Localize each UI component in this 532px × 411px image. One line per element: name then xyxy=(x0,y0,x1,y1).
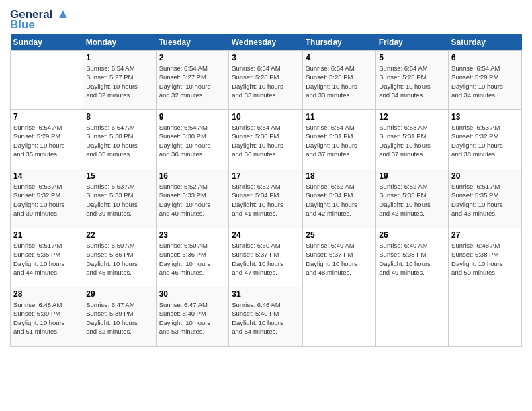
day-cell: 9Sunrise: 6:54 AM Sunset: 5:30 PM Daylig… xyxy=(156,110,229,169)
day-cell: 2Sunrise: 6:54 AM Sunset: 5:27 PM Daylig… xyxy=(156,51,229,110)
day-cell: 18Sunrise: 6:52 AM Sunset: 5:34 PM Dayli… xyxy=(303,169,376,228)
day-cell xyxy=(11,51,83,110)
day-cell xyxy=(376,287,449,347)
day-cell: 5Sunrise: 6:54 AM Sunset: 5:28 PM Daylig… xyxy=(376,51,449,110)
day-info: Sunrise: 6:47 AM Sunset: 5:39 PM Dayligh… xyxy=(86,300,152,336)
day-cell: 23Sunrise: 6:50 AM Sunset: 5:36 PM Dayli… xyxy=(156,228,229,287)
header-wednesday: Wednesday xyxy=(229,34,303,51)
logo-blue: Blue xyxy=(10,19,35,30)
day-info: Sunrise: 6:54 AM Sunset: 5:29 PM Dayligh… xyxy=(13,123,80,158)
day-info: Sunrise: 6:46 AM Sunset: 5:40 PM Dayligh… xyxy=(232,300,300,336)
day-number: 26 xyxy=(379,230,445,240)
day-cell: 22Sunrise: 6:50 AM Sunset: 5:36 PM Dayli… xyxy=(83,228,156,287)
day-info: Sunrise: 6:50 AM Sunset: 5:36 PM Dayligh… xyxy=(159,241,226,277)
day-cell: 1Sunrise: 6:54 AM Sunset: 5:27 PM Daylig… xyxy=(83,51,156,110)
day-info: Sunrise: 6:51 AM Sunset: 5:35 PM Dayligh… xyxy=(451,182,519,218)
week-row-4: 21Sunrise: 6:51 AM Sunset: 5:35 PM Dayli… xyxy=(11,228,522,287)
day-number: 13 xyxy=(451,112,519,122)
day-cell: 29Sunrise: 6:47 AM Sunset: 5:39 PM Dayli… xyxy=(83,287,156,347)
day-cell: 17Sunrise: 6:52 AM Sunset: 5:34 PM Dayli… xyxy=(229,169,303,228)
day-info: Sunrise: 6:53 AM Sunset: 5:33 PM Dayligh… xyxy=(86,182,152,218)
day-number: 18 xyxy=(306,171,373,181)
day-number: 6 xyxy=(451,53,519,62)
day-cell xyxy=(303,287,376,347)
day-number: 4 xyxy=(306,53,373,62)
day-number: 25 xyxy=(306,230,373,240)
day-cell: 6Sunrise: 6:54 AM Sunset: 5:29 PM Daylig… xyxy=(449,51,522,110)
day-number: 2 xyxy=(159,53,226,62)
day-info: Sunrise: 6:54 AM Sunset: 5:28 PM Dayligh… xyxy=(232,64,300,99)
page-header: General ▲ Blue xyxy=(10,7,522,30)
day-cell: 27Sunrise: 6:48 AM Sunset: 5:38 PM Dayli… xyxy=(449,228,522,287)
day-number: 10 xyxy=(232,112,300,122)
day-number: 31 xyxy=(232,289,300,299)
day-info: Sunrise: 6:49 AM Sunset: 5:37 PM Dayligh… xyxy=(306,241,373,277)
day-cell: 10Sunrise: 6:54 AM Sunset: 5:30 PM Dayli… xyxy=(229,110,303,169)
day-number: 3 xyxy=(232,53,300,62)
day-info: Sunrise: 6:49 AM Sunset: 5:38 PM Dayligh… xyxy=(379,241,445,277)
day-number: 8 xyxy=(86,112,152,122)
day-number: 7 xyxy=(13,112,80,122)
day-cell: 31Sunrise: 6:46 AM Sunset: 5:40 PM Dayli… xyxy=(229,287,303,347)
day-cell: 30Sunrise: 6:47 AM Sunset: 5:40 PM Dayli… xyxy=(156,287,229,347)
day-info: Sunrise: 6:53 AM Sunset: 5:31 PM Dayligh… xyxy=(379,123,445,158)
day-number: 15 xyxy=(86,171,152,181)
day-info: Sunrise: 6:54 AM Sunset: 5:29 PM Dayligh… xyxy=(451,64,519,99)
day-cell: 13Sunrise: 6:53 AM Sunset: 5:32 PM Dayli… xyxy=(449,110,522,169)
header-tuesday: Tuesday xyxy=(156,34,229,51)
day-cell: 16Sunrise: 6:52 AM Sunset: 5:33 PM Dayli… xyxy=(156,169,229,228)
day-info: Sunrise: 6:54 AM Sunset: 5:30 PM Dayligh… xyxy=(159,123,226,158)
day-cell xyxy=(449,287,522,347)
day-info: Sunrise: 6:51 AM Sunset: 5:35 PM Dayligh… xyxy=(13,241,80,277)
header-saturday: Saturday xyxy=(449,34,522,51)
day-info: Sunrise: 6:50 AM Sunset: 5:37 PM Dayligh… xyxy=(232,241,300,277)
week-row-3: 14Sunrise: 6:53 AM Sunset: 5:32 PM Dayli… xyxy=(11,169,522,228)
week-row-2: 7Sunrise: 6:54 AM Sunset: 5:29 PM Daylig… xyxy=(11,110,522,169)
day-cell: 12Sunrise: 6:53 AM Sunset: 5:31 PM Dayli… xyxy=(376,110,449,169)
header-thursday: Thursday xyxy=(303,34,376,51)
day-info: Sunrise: 6:53 AM Sunset: 5:32 PM Dayligh… xyxy=(13,182,80,218)
day-info: Sunrise: 6:47 AM Sunset: 5:40 PM Dayligh… xyxy=(159,300,226,336)
header-friday: Friday xyxy=(376,34,449,51)
day-number: 19 xyxy=(379,171,445,181)
day-cell: 14Sunrise: 6:53 AM Sunset: 5:32 PM Dayli… xyxy=(11,169,83,228)
day-cell: 11Sunrise: 6:54 AM Sunset: 5:31 PM Dayli… xyxy=(303,110,376,169)
day-info: Sunrise: 6:52 AM Sunset: 5:35 PM Dayligh… xyxy=(379,182,445,218)
day-info: Sunrise: 6:48 AM Sunset: 5:39 PM Dayligh… xyxy=(13,300,80,336)
day-cell: 25Sunrise: 6:49 AM Sunset: 5:37 PM Dayli… xyxy=(303,228,376,287)
day-number: 17 xyxy=(232,171,300,181)
day-info: Sunrise: 6:54 AM Sunset: 5:30 PM Dayligh… xyxy=(232,123,300,158)
day-number: 1 xyxy=(86,53,152,62)
day-number: 22 xyxy=(86,230,152,240)
calendar-header-row: SundayMondayTuesdayWednesdayThursdayFrid… xyxy=(11,34,522,51)
day-cell: 24Sunrise: 6:50 AM Sunset: 5:37 PM Dayli… xyxy=(229,228,303,287)
logo: General ▲ Blue xyxy=(10,7,70,30)
day-info: Sunrise: 6:54 AM Sunset: 5:31 PM Dayligh… xyxy=(306,123,373,158)
day-cell: 8Sunrise: 6:54 AM Sunset: 5:30 PM Daylig… xyxy=(83,110,156,169)
day-number: 21 xyxy=(13,230,80,240)
calendar-table: SundayMondayTuesdayWednesdayThursdayFrid… xyxy=(10,34,522,347)
day-number: 16 xyxy=(159,171,226,181)
day-info: Sunrise: 6:54 AM Sunset: 5:28 PM Dayligh… xyxy=(306,64,373,99)
day-cell: 28Sunrise: 6:48 AM Sunset: 5:39 PM Dayli… xyxy=(11,287,83,347)
day-number: 9 xyxy=(159,112,226,122)
day-number: 24 xyxy=(232,230,300,240)
day-number: 11 xyxy=(306,112,373,122)
day-number: 27 xyxy=(451,230,519,240)
day-cell: 4Sunrise: 6:54 AM Sunset: 5:28 PM Daylig… xyxy=(303,51,376,110)
day-info: Sunrise: 6:52 AM Sunset: 5:34 PM Dayligh… xyxy=(306,182,373,218)
day-info: Sunrise: 6:54 AM Sunset: 5:30 PM Dayligh… xyxy=(86,123,152,158)
day-number: 5 xyxy=(379,53,445,62)
day-info: Sunrise: 6:52 AM Sunset: 5:34 PM Dayligh… xyxy=(232,182,300,218)
day-info: Sunrise: 6:54 AM Sunset: 5:28 PM Dayligh… xyxy=(379,64,445,99)
day-info: Sunrise: 6:54 AM Sunset: 5:27 PM Dayligh… xyxy=(86,64,152,99)
day-cell: 20Sunrise: 6:51 AM Sunset: 5:35 PM Dayli… xyxy=(449,169,522,228)
day-number: 14 xyxy=(13,171,80,181)
day-cell: 7Sunrise: 6:54 AM Sunset: 5:29 PM Daylig… xyxy=(11,110,83,169)
day-info: Sunrise: 6:48 AM Sunset: 5:38 PM Dayligh… xyxy=(451,241,519,277)
header-monday: Monday xyxy=(83,34,156,51)
day-number: 12 xyxy=(379,112,445,122)
day-info: Sunrise: 6:50 AM Sunset: 5:36 PM Dayligh… xyxy=(86,241,152,277)
day-info: Sunrise: 6:52 AM Sunset: 5:33 PM Dayligh… xyxy=(159,182,226,218)
day-number: 29 xyxy=(86,289,152,299)
